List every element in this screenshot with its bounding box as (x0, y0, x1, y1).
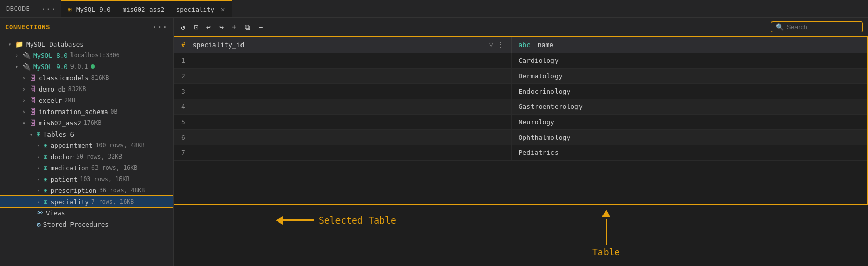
db-icon: 🔌 (22, 52, 31, 59)
tree-label-meta: 2MB (64, 97, 75, 104)
brand-label: DBCODE (0, 5, 36, 12)
sidebar-item-classicmodels[interactable]: 🗄 classicmodels 816KB (0, 72, 173, 83)
sidebar: CONNECTIONS ··· 📁 MySQL Databases 🔌 MySQ… (0, 18, 174, 266)
tree-label-meta: 50 rows, 32KB (76, 153, 122, 160)
db-icon: 🔌 (22, 63, 31, 71)
table-row[interactable]: 1 Cardiology (174, 53, 867, 69)
tree-label: MySQL Databases (26, 40, 84, 48)
view-icon: 👁 (37, 209, 43, 217)
cell-name: Neurology (511, 115, 867, 130)
arrow-line (283, 219, 314, 221)
data-table: # speciality_id ▽ ⋮ abc name (174, 37, 867, 161)
sidebar-item-mis602[interactable]: 🗄 mis602_ass2 176KB (0, 117, 173, 128)
delete-button[interactable]: − (256, 21, 265, 33)
tab-close-button[interactable]: ✕ (221, 5, 225, 13)
sidebar-item-patient[interactable]: ⊞ patient 103 rows, 16KB (0, 173, 173, 185)
table-row[interactable]: 6 Ophthalmology (174, 130, 867, 145)
search-input[interactable] (787, 24, 858, 31)
tree-label-name: doctor (51, 153, 74, 161)
sidebar-item-tables[interactable]: ⊞ Tables 6 (0, 128, 173, 140)
sidebar-item-speciality[interactable]: ⊞ speciality 7 rows, 16KB (0, 196, 173, 207)
column-menu-icon[interactable]: ⋮ (497, 40, 504, 48)
tree-label-meta: 176KB (84, 119, 102, 126)
tree-label-meta: 103 rows, 16KB (80, 175, 130, 183)
chevron-icon (15, 53, 22, 58)
table-icon: ⊞ (44, 175, 48, 183)
connections-label: CONNECTIONS (5, 24, 50, 31)
table-body: 1 Cardiology 2 Dermatology 3 Endocrinolo… (174, 53, 867, 161)
tree-label-name: Stored Procedures (43, 220, 109, 228)
sidebar-item-mysql80[interactable]: 🔌 MySQL 8.0 localhost:3306 (0, 50, 173, 61)
chevron-icon (22, 86, 30, 92)
tables-icon: ⊞ (37, 130, 41, 138)
tree-label-name: information_schema (39, 108, 108, 116)
search-icon: 🔍 (776, 23, 784, 31)
sidebar-menu-dots[interactable]: ··· (152, 22, 168, 32)
undo-button[interactable]: ↩ (204, 21, 213, 33)
table-row[interactable]: 4 Gastroenterology (174, 99, 867, 115)
tab-table-icon: ⊞ (68, 6, 72, 13)
sidebar-item-doctor[interactable]: ⊞ doctor 50 rows, 32KB (0, 151, 173, 162)
cell-id: 4 (174, 99, 511, 115)
sidebar-item-prescription[interactable]: ⊞ prescription 36 rows, 48KB (0, 185, 173, 196)
chevron-icon (37, 199, 44, 205)
redo-button[interactable]: ↪ (217, 21, 226, 33)
chevron-icon (22, 120, 30, 126)
copy-button[interactable]: ⧉ (243, 21, 252, 33)
data-table-wrapper: # speciality_id ▽ ⋮ abc name (174, 36, 868, 205)
sidebar-item-information-schema[interactable]: 🗄 information_schema 0B (0, 106, 173, 117)
cell-name: Pediatrics (511, 145, 867, 161)
sidebar-item-demo-db[interactable]: 🗄 demo_db 832KB (0, 83, 173, 95)
tree-label-name: medication (51, 164, 89, 172)
column-header-speciality-id[interactable]: # speciality_id ▽ ⋮ (174, 37, 511, 53)
sidebar-item-views[interactable]: 👁 Views (0, 207, 173, 218)
chevron-icon (22, 98, 30, 103)
annotation-area: Selected Table Table (174, 205, 868, 266)
sidebar-item-medication[interactable]: ⊞ medication 63 rows, 16KB (0, 162, 173, 173)
tree-label-meta: 100 rows, 48KB (95, 142, 145, 149)
top-bar: DBCODE ··· ⊞ MySQL 9.0 - mis602_ass2 - s… (0, 0, 868, 18)
tree-label-name: classicmodels (39, 74, 89, 82)
tab-speciality[interactable]: ⊞ MySQL 9.0 - mis602_ass2 - speciality ✕ (61, 0, 232, 17)
sidebar-item-excelr[interactable]: 🗄 excelr 2MB (0, 95, 173, 106)
brand-menu-dots[interactable]: ··· (38, 4, 59, 14)
arrow-left-head (276, 216, 283, 225)
db-icon: 🗄 (30, 119, 36, 127)
db-icon: 🗄 (30, 85, 36, 93)
tree-label-meta: 9.0.1 (70, 63, 88, 70)
tree-label-meta: 36 rows, 48KB (99, 187, 145, 194)
cell-id: 1 (174, 53, 511, 69)
chevron-icon (37, 143, 44, 148)
tree-label-name: demo_db (39, 85, 66, 93)
sidebar-item-mysql-databases[interactable]: 📁 MySQL Databases (0, 38, 173, 50)
table-icon: ⊞ (44, 187, 48, 194)
table-row[interactable]: 2 Dermatology (174, 69, 867, 84)
sidebar-item-mysql90[interactable]: 🔌 MySQL 9.0 9.0.1 (0, 61, 173, 72)
sidebar-item-stored-procedures[interactable]: ⚙ Stored Procedures (0, 218, 173, 230)
arrow-left (276, 216, 314, 225)
search-box[interactable]: 🔍 (771, 21, 863, 32)
chevron-icon (22, 75, 30, 81)
tree-label-name: Views (46, 209, 65, 217)
save-button[interactable]: ⊡ (191, 21, 200, 33)
column-header-name[interactable]: abc name (511, 37, 867, 53)
sidebar-item-appointment[interactable]: ⊞ appointment 100 rows, 48KB (0, 140, 173, 151)
chevron-icon (15, 64, 22, 70)
chevron-icon (8, 41, 15, 47)
tree-label-name: MySQL 9.0 (33, 63, 68, 71)
refresh-button[interactable]: ↺ (179, 21, 187, 33)
tab-label: MySQL 9.0 - mis602_ass2 - speciality (76, 6, 214, 13)
add-row-button[interactable]: + (230, 21, 238, 33)
filter-icon[interactable]: ▽ (489, 40, 493, 48)
table-row[interactable]: 3 Endocrinology (174, 84, 867, 99)
table-row[interactable]: 7 Pediatrics (174, 145, 867, 161)
table-row[interactable]: 5 Neurology (174, 115, 867, 130)
main-layout: CONNECTIONS ··· 📁 MySQL Databases 🔌 MySQ… (0, 18, 868, 266)
cell-name: Cardiology (511, 53, 867, 69)
folder-icon: 📁 (15, 40, 23, 48)
tab-bar: ⊞ MySQL 9.0 - mis602_ass2 - speciality ✕ (59, 0, 868, 17)
tree-label-meta: localhost:3306 (70, 52, 120, 59)
db-icon: 🗄 (30, 97, 36, 104)
chevron-icon (37, 188, 44, 193)
tree-label-name: patient (51, 175, 78, 183)
